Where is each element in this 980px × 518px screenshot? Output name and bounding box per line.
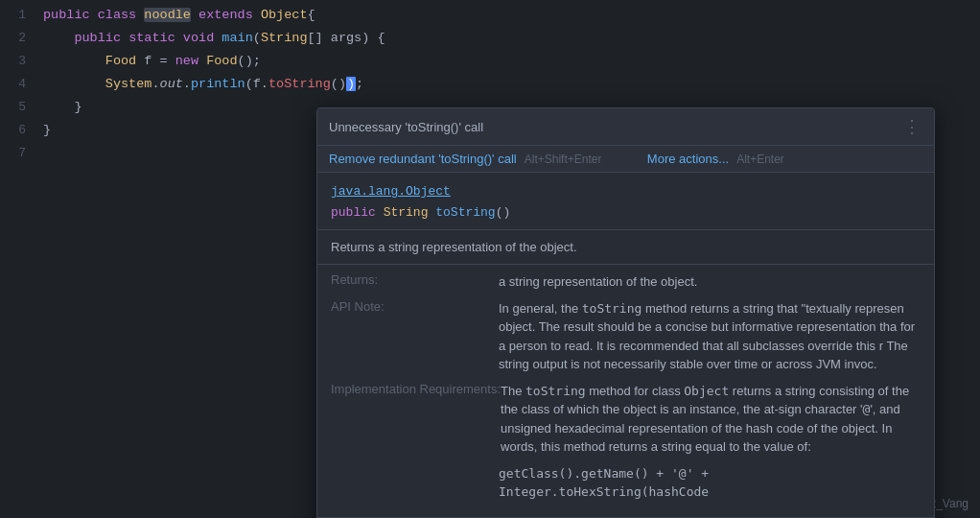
code-line-1: public class noodle extends Object{ [34, 4, 980, 27]
popup-header-text: Unnecessary 'toString()' call [329, 120, 483, 134]
doc-method-signature: public String toString() [331, 205, 921, 220]
doc-label-impl-req: Implementation Requirements: [331, 382, 501, 457]
doc-class-link[interactable]: java.lang.Object [331, 184, 451, 199]
more-shortcut: Alt+Enter [736, 153, 784, 166]
doc-row-impl-req: Implementation Requirements: The toStrin… [331, 382, 921, 457]
doc-row-code-snippet: getClass().getName() + '@' + Integer.toH… [331, 464, 921, 502]
code-line-2: public static void main(String[] args) { [34, 27, 980, 50]
line-numbers: 1 2 3 4 5 6 7 [0, 0, 34, 518]
doc-details: Returns: a string representation of the … [317, 265, 934, 517]
popup-doc-signature: java.lang.Object public String toString(… [317, 173, 934, 230]
code-line-4: System.out.println(f.toString()); [34, 73, 980, 96]
code-line-3: Food f = new Food(); [34, 50, 980, 73]
doc-value-code: getClass().getName() + '@' + Integer.toH… [499, 464, 921, 502]
doc-value-api-note: In general, the toString method returns … [499, 299, 921, 374]
doc-description: Returns a string representation of the o… [317, 230, 934, 265]
remove-shortcut: Alt+Shift+Enter [525, 153, 602, 166]
doc-class-signature: java.lang.Object [331, 182, 921, 200]
doc-value-impl-req: The toString method for class Object ret… [501, 382, 921, 457]
doc-label-empty [331, 464, 499, 502]
more-actions-link[interactable]: More actions... [647, 152, 729, 166]
popup-header: Unnecessary 'toString()' call ⋮ [317, 108, 934, 146]
doc-row-api-note: API Note: In general, the toString metho… [331, 299, 921, 374]
doc-label-api-note: API Note: [331, 299, 499, 374]
action-separator [613, 152, 635, 166]
editor-area: 1 2 3 4 5 6 7 public class noodle extend… [0, 0, 980, 518]
popup-panel: Unnecessary 'toString()' call ⋮ Remove r… [316, 107, 935, 518]
doc-row-returns: Returns: a string representation of the … [331, 272, 921, 292]
doc-value-returns: a string representation of the object. [499, 272, 921, 292]
remove-redundant-link[interactable]: Remove redundant 'toString()' call [329, 152, 517, 166]
popup-actions: Remove redundant 'toString()' call Alt+S… [317, 146, 934, 173]
popup-header-dots[interactable]: ⋮ [903, 116, 922, 137]
doc-label-returns: Returns: [331, 272, 499, 292]
